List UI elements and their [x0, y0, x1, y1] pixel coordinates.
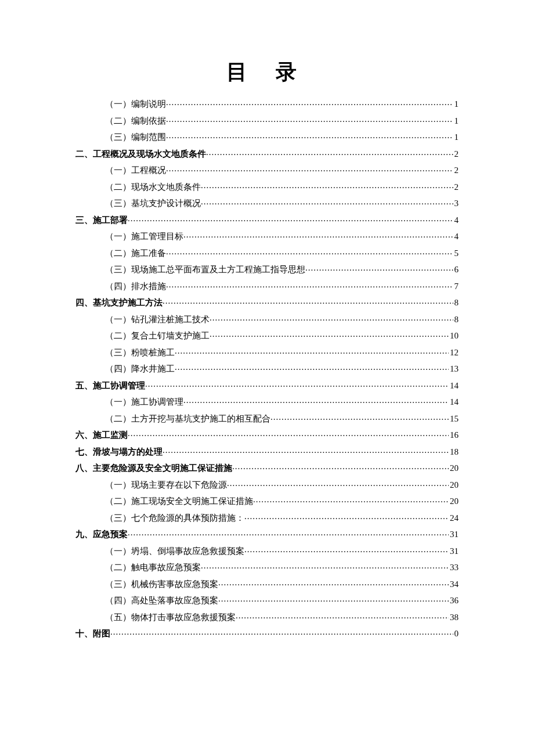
toc-entry-page: 6: [453, 265, 459, 274]
toc-entry-label: （四）高处坠落事故应急预案: [75, 596, 218, 605]
toc-entry: （二）触电事故应急预案33: [75, 561, 459, 572]
toc-entry-page: 38: [449, 613, 459, 622]
toc-entry: （三）现场施工总平面布置及土方工程施工指导思想6: [75, 264, 459, 274]
toc-entry-page: 7: [453, 282, 459, 291]
toc-entry: 七、滑坡与塌方的处理 18: [75, 446, 459, 456]
toc-leader-dots: [232, 462, 449, 471]
toc-leader-dots: [183, 231, 453, 239]
toc-leader-dots: [175, 347, 449, 355]
toc-entry-label: 二、工程概况及现场水文地质条件: [75, 150, 206, 159]
toc-leader-dots: [201, 197, 453, 206]
toc-entry-label: （三）七个危险源的具体预防措施：: [75, 514, 244, 523]
toc-entry: （二）现场水文地质条件2: [75, 181, 459, 192]
toc-leader-dots: [166, 115, 453, 124]
toc-entry-label: （三）基坑支护设计概况: [75, 199, 201, 208]
toc-entry-label: 七、滑坡与塌方的处理: [75, 448, 163, 456]
toc-leader-dots: [166, 280, 453, 289]
toc-leader-dots: [253, 495, 449, 504]
toc-entry-label: （一）现场主要存在以下危险源: [75, 481, 227, 489]
toc-entry: （一）工程概况2: [75, 164, 459, 175]
toc-leader-dots: [166, 131, 453, 140]
toc-entry-label: 六、施工监测: [75, 431, 128, 440]
toc-entry-label: 四、基坑支护施工方法: [75, 298, 163, 307]
toc-entry: （三）编制范围1: [75, 131, 459, 142]
toc-entry-page: 33: [449, 563, 459, 572]
toc-entry-label: 三、施工部署: [75, 216, 128, 225]
toc-entry: （一）坍塌、倒塌事故应急救援预案31: [75, 545, 459, 556]
toc-entry-label: （二）现场水文地质条件: [75, 183, 201, 192]
toc-leader-dots: [163, 446, 449, 455]
toc-leader-dots: [236, 611, 449, 620]
toc-entry-page: 2: [453, 183, 459, 192]
toc-leader-dots: [201, 181, 453, 190]
toc-entry-page: 14: [449, 398, 459, 406]
toc-entry-page: 34: [449, 580, 459, 589]
toc-entry-page: 20: [449, 464, 459, 473]
toc-leader-dots: [244, 545, 449, 554]
toc-entry: 十、附图 0: [75, 628, 459, 638]
toc-entry-label: （四）排水措施: [75, 282, 166, 291]
toc-entry-page: 5: [453, 249, 459, 258]
toc-title: 目 录: [75, 58, 459, 87]
toc-entry-page: 20: [449, 497, 459, 506]
toc-leader-dots: [175, 363, 449, 372]
toc-entry: （四）高处坠落事故应急预案36: [75, 595, 459, 605]
toc-leader-dots: [244, 512, 449, 521]
toc-entry-label: （一）施工管理目标: [75, 232, 183, 241]
toc-leader-dots: [128, 214, 453, 223]
toc-entry-page: 20: [449, 481, 459, 489]
toc-entry: （二）土方开挖与基坑支护施工的相互配合15: [75, 413, 459, 423]
toc-entry: 二、工程概况及现场水文地质条件 2: [75, 148, 459, 159]
toc-leader-dots: [218, 578, 449, 587]
toc-leader-dots: [227, 479, 449, 488]
toc-entry-page: 3: [453, 199, 459, 208]
toc-leader-dots: [270, 413, 449, 422]
toc-entry-label: （二）触电事故应急预案: [75, 563, 201, 572]
toc-entry-label: （一）工程概况: [75, 166, 166, 175]
toc-entry-page: 24: [449, 514, 459, 523]
document-page: 目 录 （一）编制说明1（二）编制依据1（三）编制范围1二、工程概况及现场水文地…: [0, 0, 534, 638]
toc-entry-label: （三）粉喷桩施工: [75, 348, 175, 357]
toc-entry-label: 九、应急预案: [75, 530, 128, 539]
toc-entry-label: （一）坍塌、倒塌事故应急救援预案: [75, 547, 244, 556]
toc-entry-page: 2: [453, 150, 459, 159]
toc-entry-page: 13: [449, 365, 459, 373]
toc-entry-label: （三）编制范围: [75, 133, 166, 142]
toc-entry: （五）物体打击事故应急救援预案38: [75, 611, 459, 622]
toc-entry: （一）施工协调管理14: [75, 396, 459, 406]
toc-leader-dots: [166, 164, 453, 173]
toc-entry-label: （一）施工协调管理: [75, 398, 183, 406]
toc-entry-page: 36: [449, 596, 459, 605]
toc-entry-page: 2: [453, 166, 459, 175]
toc-entry-label: （四）降水井施工: [75, 365, 175, 373]
toc-entry: （一）编制说明1: [75, 98, 459, 109]
toc-leader-dots: [128, 528, 449, 537]
toc-entry: （三）七个危险源的具体预防措施：24: [75, 512, 459, 523]
toc-entry-label: （一）钻孔灌注桩施工技术: [75, 315, 210, 324]
toc-entry-page: 16: [449, 431, 459, 440]
toc-entry-label: 八、主要危险源及安全文明施工保证措施: [75, 464, 232, 473]
toc-entry: 六、施工监测 16: [75, 429, 459, 440]
toc-entry-page: 31: [449, 530, 459, 539]
toc-entry-page: 1: [453, 133, 459, 142]
toc-entry: （二）施工准备5: [75, 247, 459, 258]
toc-entry: （一）现场主要存在以下危险源20: [75, 479, 459, 489]
toc-entry-label: 五、施工协调管理: [75, 381, 145, 390]
toc-entry-label: （三）机械伤害事故应急预案: [75, 580, 218, 589]
toc-entry-label: （二）施工现场安全文明施工保证措施: [75, 497, 253, 506]
toc-entry-label: （二）施工准备: [75, 249, 166, 258]
toc-entry-page: 14: [449, 381, 459, 390]
toc-entry-label: （五）物体打击事故应急救援预案: [75, 613, 236, 622]
toc-entry-page: 4: [453, 232, 459, 241]
toc-entry-label: （一）编制说明: [75, 100, 166, 109]
toc-entry: 三、施工部署 4: [75, 214, 459, 225]
toc-entry-page: 31: [449, 547, 459, 556]
toc-entry-page: 4: [453, 216, 459, 225]
toc-entry-label: 十、附图: [75, 629, 110, 638]
toc-entry-page: 15: [449, 415, 459, 423]
toc-entry: 八、主要危险源及安全文明施工保证措施 20: [75, 462, 459, 473]
toc-entry-label: （二）土方开挖与基坑支护施工的相互配合: [75, 415, 270, 423]
toc-leader-dots: [210, 330, 449, 339]
toc-leader-dots: [201, 561, 449, 570]
toc-entry: 五、施工协调管理 14: [75, 380, 459, 390]
